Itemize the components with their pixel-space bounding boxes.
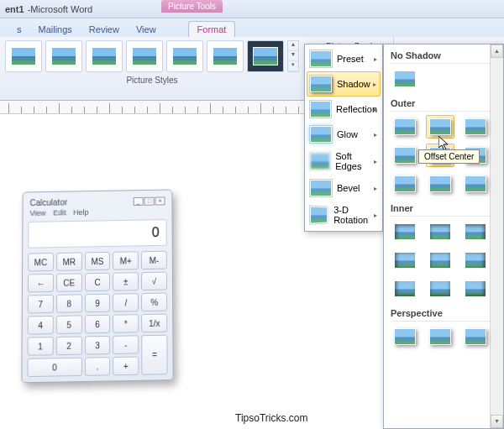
shadow-outer-1[interactable] xyxy=(391,115,419,139)
app-name: Microsoft Word xyxy=(30,4,92,14)
tab-fragment[interactable]: s xyxy=(8,22,30,37)
scrollbar[interactable]: ▲ ▼ xyxy=(490,44,503,428)
calc-key-x: % xyxy=(141,293,167,312)
picture-style-5[interactable] xyxy=(166,40,203,72)
maximize-icon: □ xyxy=(144,197,155,206)
shadow-section-none: No Shadow xyxy=(391,48,500,64)
shadow-section-outer: Outer xyxy=(391,96,500,112)
fx-preset[interactable]: Preset▸ xyxy=(307,46,381,71)
shadow-persp-2[interactable] xyxy=(426,325,454,348)
title-bar: ent1 - Microsoft Word Picture Tools xyxy=(0,0,504,18)
picture-styles-group: ▲▼▾ Picture Styles xyxy=(0,37,304,100)
calc-key-0: 0 xyxy=(27,358,81,377)
calc-key-Mx: M+ xyxy=(113,251,139,269)
bevel-icon xyxy=(310,180,332,196)
tab-review[interactable]: Review xyxy=(81,22,128,37)
calc-key-MR: MR xyxy=(56,252,82,270)
shadow-section-perspective: Perspective xyxy=(391,306,500,322)
chevron-right-icon: ▸ xyxy=(374,131,377,139)
calc-key-x: √ xyxy=(141,272,167,290)
calculator-image[interactable]: Calculator _□× View Edit Help 0 MCMRMSM+… xyxy=(21,189,173,383)
shadow-inner-3[interactable] xyxy=(461,220,490,243)
calc-key-1xx: 1/x xyxy=(141,314,167,333)
chevron-right-icon: ▸ xyxy=(374,212,377,219)
fx-bevel[interactable]: Bevel▸ xyxy=(307,175,381,201)
scroll-up-icon[interactable]: ▲ xyxy=(491,44,503,58)
shadow-inner-6[interactable] xyxy=(461,249,490,272)
calc-key-x: / xyxy=(113,293,139,312)
calc-window-buttons: _□× xyxy=(133,195,165,205)
shadow-inner-2[interactable] xyxy=(426,220,454,243)
chevron-right-icon: ▸ xyxy=(374,55,377,63)
calc-menu: View Edit Help xyxy=(26,207,168,220)
chevron-right-icon: ▸ xyxy=(374,185,377,192)
tab-mailings[interactable]: Mailings xyxy=(30,22,81,37)
shadow-outer-2[interactable] xyxy=(426,115,454,139)
picture-style-4[interactable] xyxy=(126,40,163,72)
fx-reflection[interactable]: Reflection▸ xyxy=(307,97,381,122)
preset-icon xyxy=(310,50,332,67)
glow-icon xyxy=(310,126,332,143)
chevron-right-icon: ▸ xyxy=(374,106,377,113)
scroll-down-icon[interactable]: ▼ xyxy=(491,415,503,428)
shadow-inner-1[interactable] xyxy=(391,220,419,243)
picture-style-7[interactable] xyxy=(247,40,284,72)
close-icon: × xyxy=(155,196,165,205)
calc-key-C: C xyxy=(85,273,111,291)
tab-format[interactable]: Format xyxy=(188,21,236,37)
shadow-icon xyxy=(310,76,332,92)
shadow-gallery: ▲ ▼ No Shadow Outer Inner Perspective xyxy=(383,44,504,429)
shadow-outer-9[interactable] xyxy=(461,172,490,196)
calc-key-MC: MC xyxy=(28,253,54,271)
calc-key-x: = xyxy=(141,335,167,375)
calc-key-2: 2 xyxy=(56,336,82,355)
calc-display: 0 xyxy=(28,219,167,249)
picture-style-3[interactable] xyxy=(86,40,123,72)
calc-key-4: 4 xyxy=(28,316,54,335)
fx-soft-edges[interactable]: Soft Edges▸ xyxy=(307,147,381,175)
calc-key-1: 1 xyxy=(28,337,54,356)
shadow-persp-3[interactable] xyxy=(461,325,490,348)
calc-key-5: 5 xyxy=(56,315,82,334)
contextual-tab-picture-tools: Picture Tools xyxy=(161,0,223,13)
calc-key-9: 9 xyxy=(85,294,111,313)
calc-key-8: 8 xyxy=(56,294,82,313)
shadow-section-inner: Inner xyxy=(391,201,500,217)
calc-key-x: * xyxy=(113,314,139,333)
gallery-more[interactable]: ▲▼▾ xyxy=(287,40,299,72)
fx-3d-rotation[interactable]: 3-D Rotation▸ xyxy=(307,201,381,229)
shadow-persp-1[interactable] xyxy=(391,325,419,348)
ribbon-tabs: s Mailings Review View Format xyxy=(0,18,504,37)
shadow-inner-8[interactable] xyxy=(426,277,454,301)
shadow-inner-5[interactable] xyxy=(426,249,454,272)
picture-effects-menu: Preset▸ Shadow▸ Reflection▸ Glow▸ Soft E… xyxy=(304,44,383,232)
calc-key-x: ← xyxy=(28,274,54,292)
shadow-outer-4[interactable] xyxy=(391,144,419,167)
calc-key-3: 3 xyxy=(85,336,111,355)
shadow-outer-7[interactable] xyxy=(391,172,419,196)
calc-key-x: ± xyxy=(113,272,139,290)
shadow-inner-9[interactable] xyxy=(461,277,490,301)
tooltip: Offset Center xyxy=(418,149,480,164)
calc-key-7: 7 xyxy=(28,295,54,314)
picture-style-1[interactable] xyxy=(5,40,42,72)
rotation-icon xyxy=(310,206,328,223)
picture-style-6[interactable] xyxy=(207,40,244,72)
fx-shadow[interactable]: Shadow▸ xyxy=(307,71,381,97)
fx-glow[interactable]: Glow▸ xyxy=(307,122,381,147)
shadow-inner-4[interactable] xyxy=(391,249,419,272)
chevron-right-icon: ▸ xyxy=(373,81,376,88)
calc-keypad: MCMRMSM+M-←CEC±√789/%456*1/x123-=0.+ xyxy=(25,249,169,379)
tab-view[interactable]: View xyxy=(128,22,165,37)
calc-key-x: + xyxy=(113,356,139,375)
shadow-outer-3[interactable] xyxy=(461,115,490,139)
calc-key-MS: MS xyxy=(85,252,111,270)
shadow-inner-7[interactable] xyxy=(391,277,419,301)
picture-style-2[interactable] xyxy=(45,40,82,72)
shadow-outer-8[interactable] xyxy=(426,172,454,196)
reflection-icon xyxy=(310,101,331,118)
calc-key-6: 6 xyxy=(85,315,111,334)
shadow-none[interactable] xyxy=(391,67,419,91)
doc-name: ent1 xyxy=(5,4,24,14)
calc-key-x: . xyxy=(84,357,110,376)
